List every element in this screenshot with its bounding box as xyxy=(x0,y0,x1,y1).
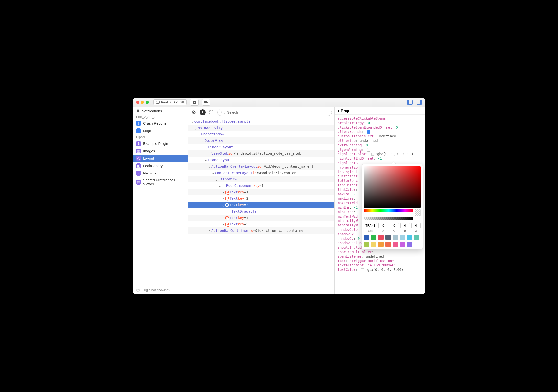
prop-value[interactable]: 0 xyxy=(368,121,370,125)
prop-value[interactable]: -1 xyxy=(354,205,358,209)
sidebar-item-leakcanary[interactable]: ◧LeakCanary xyxy=(133,162,188,170)
r-input[interactable] xyxy=(378,223,388,228)
chevron-down-icon[interactable]: ⌄ xyxy=(205,145,208,149)
b-input[interactable] xyxy=(400,223,410,228)
device-chip[interactable]: Pixel_2_API_28 xyxy=(153,99,187,105)
tree-row[interactable]: ViewStub id=@android:id/action_mode_bar_… xyxy=(188,150,334,157)
plugin-help-link[interactable]: ? Plugin not showing? xyxy=(133,285,188,294)
litho-component-icon xyxy=(222,184,225,187)
chevron-right-icon[interactable]: › xyxy=(222,196,225,200)
hue-slider[interactable] xyxy=(364,209,413,212)
accessibility-mode-button[interactable] xyxy=(200,109,206,115)
preset-swatch[interactable] xyxy=(385,235,391,240)
tree-row[interactable]: ⌄ContentFrameLayout id=@android:id/conte… xyxy=(188,170,334,176)
chevron-right-icon[interactable]: › xyxy=(222,190,225,194)
zoom-window-button[interactable] xyxy=(146,101,149,104)
search-input[interactable] xyxy=(227,110,328,114)
preset-swatch[interactable] xyxy=(407,242,412,247)
tree-row[interactable]: ›Text key=5 xyxy=(188,221,334,227)
chevron-down-icon[interactable]: ⌄ xyxy=(222,203,225,207)
preset-swatch[interactable] xyxy=(364,235,369,240)
chevron-down-icon[interactable]: ⌄ xyxy=(198,132,201,136)
close-window-button[interactable] xyxy=(136,101,139,104)
preset-swatch[interactable] xyxy=(400,235,405,240)
tree-row[interactable]: ⌄RootComponent key=1 xyxy=(188,182,334,189)
tree-row[interactable]: ⌄LinearLayout xyxy=(188,144,334,150)
search-box[interactable] xyxy=(217,109,332,116)
view-tree[interactable]: ⌄com.facebook.flipper.sample⌄MainActivit… xyxy=(188,118,334,294)
prop-value[interactable]: 0 xyxy=(366,143,368,147)
preset-swatch[interactable] xyxy=(378,242,384,247)
tree-row[interactable]: ⌄LithoView xyxy=(188,176,334,182)
sidebar-item-example-plugin[interactable]: ✽Example Plugin xyxy=(133,140,188,147)
sidebar-item-layout[interactable]: ◎Layout xyxy=(133,155,188,162)
tree-row[interactable]: ⌄com.facebook.flipper.sample xyxy=(188,118,334,125)
chevron-down-icon[interactable]: ⌄ xyxy=(208,164,211,168)
color-swatch[interactable] xyxy=(371,153,374,156)
chevron-right-icon[interactable]: › xyxy=(208,229,211,233)
props-header[interactable]: ▾ Props xyxy=(335,107,425,115)
record-button[interactable] xyxy=(202,99,210,106)
sidebar-item-logs[interactable]: →Logs xyxy=(133,127,188,134)
prop-value[interactable]: 1 xyxy=(376,250,378,254)
prop-value[interactable]: -1 xyxy=(378,156,382,160)
target-mode-button[interactable] xyxy=(191,109,197,115)
prop-checkbox[interactable] xyxy=(391,117,394,120)
chevron-down-icon[interactable]: ⌄ xyxy=(201,139,204,143)
g-input[interactable] xyxy=(390,223,399,228)
prop-value[interactable]: -1 xyxy=(354,192,358,196)
tree-row[interactable]: ›Text key=2 xyxy=(188,195,334,202)
chevron-right-icon[interactable]: › xyxy=(222,222,225,226)
chevron-down-icon[interactable]: ⌄ xyxy=(211,171,214,175)
chevron-down-icon[interactable]: ⌄ xyxy=(218,184,221,188)
saturation-field[interactable] xyxy=(364,166,421,208)
tree-row[interactable]: ›Text key=4 xyxy=(188,215,334,221)
prop-row: ellipsize: undefined xyxy=(338,138,425,143)
a-label: A xyxy=(411,229,421,232)
chevron-down-icon[interactable]: ⌄ xyxy=(205,158,208,162)
preset-swatch[interactable] xyxy=(393,242,398,247)
preset-swatch[interactable] xyxy=(393,235,398,240)
prop-value[interactable]: 0 xyxy=(358,237,360,240)
tree-row[interactable]: ⌄FrameLayout xyxy=(188,157,334,163)
preset-swatch[interactable] xyxy=(400,242,405,247)
color-swatch[interactable] xyxy=(361,268,364,271)
hex-input[interactable] xyxy=(364,223,377,228)
minimize-window-button[interactable] xyxy=(141,101,144,104)
alpha-slider[interactable] xyxy=(364,217,413,220)
prop-value[interactable]: "Trigger Notification" xyxy=(350,259,394,263)
sidebar-item-shared-preferences-viewer[interactable]: ▤Shared Preferences Viewer xyxy=(133,177,188,187)
screenshot-button[interactable] xyxy=(190,99,199,106)
preset-swatch[interactable] xyxy=(378,235,384,240)
chevron-down-icon[interactable]: ⌄ xyxy=(215,177,218,181)
preset-swatch[interactable] xyxy=(364,242,369,247)
align-mode-button[interactable] xyxy=(209,109,214,115)
chevron-down-icon[interactable]: ⌄ xyxy=(194,126,197,130)
sidebar-item-images[interactable]: ▦Images xyxy=(133,147,188,155)
preset-swatch[interactable] xyxy=(371,242,376,247)
chevron-down-icon[interactable]: ⌄ xyxy=(191,119,194,123)
tree-row[interactable]: ›ActionBarContainer id=@id/action_bar_co… xyxy=(188,227,334,234)
sidebar-item-network[interactable]: ↯Network xyxy=(133,170,188,177)
prop-checkbox[interactable] xyxy=(367,130,370,134)
tree-row[interactable]: ›Text key=1 xyxy=(188,189,334,195)
preset-swatch[interactable] xyxy=(407,235,412,240)
tree-row[interactable]: ⌄MainActivity xyxy=(188,125,334,131)
sidebar-item-crash-reporter[interactable]: !Crash Reporter xyxy=(133,120,188,127)
tree-row[interactable]: ⌄Text key=3 xyxy=(188,202,334,208)
preset-swatch[interactable] xyxy=(414,235,419,240)
tree-row[interactable]: ⌄PhoneWindow xyxy=(188,131,334,137)
prop-checkbox[interactable] xyxy=(367,148,370,152)
tree-row[interactable]: ⌄DecorView xyxy=(188,137,334,144)
a-input[interactable] xyxy=(411,223,421,228)
preset-swatch[interactable] xyxy=(371,235,376,240)
chevron-right-icon[interactable]: › xyxy=(222,216,225,220)
notifications-heading[interactable]: Notifications xyxy=(136,109,185,113)
tree-row[interactable]: ⌄ActionBarOverlayLayout id=@id/decor_con… xyxy=(188,163,334,170)
tree-row[interactable]: TextDrawable xyxy=(188,208,334,215)
preset-swatch[interactable] xyxy=(385,242,391,247)
toggle-left-panel-button[interactable] xyxy=(407,100,413,105)
prop-value[interactable]: 0 xyxy=(396,125,398,129)
toggle-right-panel-button[interactable] xyxy=(417,100,422,105)
prop-value[interactable]: "ALIGN_NORMAL" xyxy=(368,263,396,267)
